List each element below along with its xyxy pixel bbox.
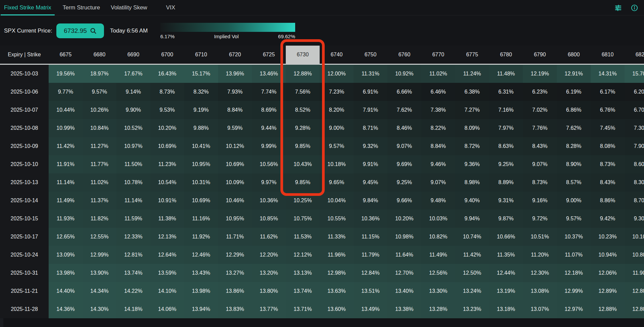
matrix-cell[interactable]: 12.88% bbox=[591, 300, 625, 318]
matrix-cell[interactable]: 10.37% bbox=[557, 228, 591, 246]
matrix-cell[interactable]: 14.10% bbox=[150, 282, 184, 300]
matrix-cell[interactable]: 11.15% bbox=[354, 228, 387, 246]
matrix-cell[interactable]: 13.38% bbox=[387, 300, 421, 318]
matrix-cell[interactable]: 10.99% bbox=[49, 119, 83, 137]
matrix-cell[interactable]: 9.72% bbox=[523, 210, 557, 228]
matrix-cell[interactable]: 12.99% bbox=[557, 282, 591, 300]
matrix-cell[interactable]: 11.90% bbox=[625, 264, 644, 282]
matrix-cell[interactable]: 8.28% bbox=[557, 137, 591, 155]
expiry-date[interactable]: 2025-10-24 bbox=[0, 246, 49, 264]
matrix-cell[interactable]: 11.49% bbox=[49, 192, 83, 210]
matrix-cell[interactable]: 7.97% bbox=[489, 119, 523, 137]
matrix-cell[interactable]: 13.59% bbox=[150, 264, 184, 282]
matrix-cell[interactable]: 10.75% bbox=[286, 210, 320, 228]
matrix-cell[interactable]: 7.91% bbox=[354, 101, 387, 119]
matrix-cell[interactable]: 9.59% bbox=[218, 119, 252, 137]
matrix-cell[interactable]: 12.89% bbox=[591, 282, 625, 300]
matrix-cell[interactable]: 12.81% bbox=[116, 246, 150, 264]
matrix-cell[interactable]: 10.85% bbox=[252, 210, 286, 228]
bottom-scroll-track[interactable] bbox=[0, 318, 644, 327]
matrix-cell[interactable]: 9.28% bbox=[286, 119, 320, 137]
matrix-cell[interactable]: 13.96% bbox=[218, 65, 252, 83]
matrix-cell[interactable]: 10.91% bbox=[150, 192, 184, 210]
matrix-cell[interactable]: 14.40% bbox=[49, 282, 83, 300]
expiry-date[interactable]: 2025-11-21 bbox=[0, 282, 49, 300]
matrix-cell[interactable]: 11.50% bbox=[116, 155, 150, 173]
matrix-cell[interactable]: 8.63% bbox=[489, 137, 523, 155]
matrix-cell[interactable]: 7.02% bbox=[523, 101, 557, 119]
matrix-cell[interactable]: 13.28% bbox=[421, 300, 455, 318]
matrix-cell[interactable]: 12.13% bbox=[150, 228, 184, 246]
matrix-cell[interactable]: 10.95% bbox=[184, 155, 218, 173]
strike-header-6775[interactable]: 6775 bbox=[455, 46, 489, 64]
matrix-cell[interactable]: 8.73% bbox=[150, 83, 184, 101]
matrix-cell[interactable]: 8.89% bbox=[489, 173, 523, 192]
matrix-cell[interactable]: 7.23% bbox=[320, 83, 354, 101]
matrix-cell[interactable]: 10.66% bbox=[489, 228, 523, 246]
matrix-cell[interactable]: 6.31% bbox=[489, 83, 523, 101]
matrix-cell[interactable]: 12.29% bbox=[218, 246, 252, 264]
matrix-cell[interactable]: 9.31% bbox=[489, 192, 523, 210]
matrix-cell[interactable]: 14.22% bbox=[116, 282, 150, 300]
expiry-date[interactable]: 2025-10-17 bbox=[0, 228, 49, 246]
matrix-cell[interactable]: 9.16% bbox=[523, 192, 557, 210]
matrix-cell[interactable]: 9.66% bbox=[387, 192, 421, 210]
matrix-cell[interactable]: 11.14% bbox=[116, 192, 150, 210]
matrix-cell[interactable]: 10.10% bbox=[625, 228, 644, 246]
strike-header-6720[interactable]: 6720 bbox=[218, 46, 252, 64]
matrix-cell[interactable]: 12.80% bbox=[625, 300, 644, 318]
matrix-cell[interactable]: 10.36% bbox=[252, 192, 286, 210]
matrix-cell[interactable]: 13.08% bbox=[523, 282, 557, 300]
matrix-cell[interactable]: 14.36% bbox=[49, 300, 83, 318]
matrix-cell[interactable]: 6.38% bbox=[455, 83, 489, 101]
matrix-cell[interactable]: 10.94% bbox=[591, 246, 625, 264]
matrix-cell[interactable]: 11.02% bbox=[421, 65, 455, 83]
matrix-cell[interactable]: 8.08% bbox=[591, 137, 625, 155]
matrix-cell[interactable]: 12.98% bbox=[320, 264, 354, 282]
matrix-cell[interactable]: 9.36% bbox=[455, 155, 489, 173]
matrix-cell[interactable]: 12.99% bbox=[83, 246, 116, 264]
matrix-cell[interactable]: 7.62% bbox=[557, 119, 591, 137]
matrix-cell[interactable]: 9.88% bbox=[184, 119, 218, 137]
matrix-cell[interactable]: 10.20% bbox=[387, 210, 421, 228]
matrix-cell[interactable]: 13.51% bbox=[354, 282, 387, 300]
matrix-cell[interactable]: 13.80% bbox=[252, 282, 286, 300]
matrix-cell[interactable]: 9.25% bbox=[489, 155, 523, 173]
expiry-date[interactable]: 2025-10-14 bbox=[0, 192, 49, 210]
strike-header-6725[interactable]: 6725 bbox=[252, 46, 286, 64]
matrix-cell[interactable]: 13.46% bbox=[252, 65, 286, 83]
matrix-cell[interactable]: 14.34% bbox=[83, 282, 116, 300]
matrix-cell[interactable]: 9.14% bbox=[116, 83, 150, 101]
matrix-cell[interactable]: 8.30% bbox=[625, 173, 644, 192]
matrix-cell[interactable]: 12.80% bbox=[625, 282, 644, 300]
matrix-cell[interactable]: 7.56% bbox=[286, 83, 320, 101]
matrix-cell[interactable]: 8.98% bbox=[455, 173, 489, 192]
matrix-cell[interactable]: 10.25% bbox=[286, 192, 320, 210]
matrix-cell[interactable]: 10.12% bbox=[218, 137, 252, 155]
matrix-cell[interactable]: 13.77% bbox=[252, 300, 286, 318]
matrix-cell[interactable]: 12.30% bbox=[523, 264, 557, 282]
matrix-cell[interactable]: 12.20% bbox=[252, 246, 286, 264]
matrix-cell[interactable]: 12.64% bbox=[150, 246, 184, 264]
matrix-cell[interactable]: 12.50% bbox=[455, 264, 489, 282]
matrix-cell[interactable]: 6.91% bbox=[354, 83, 387, 101]
matrix-cell[interactable]: 6.20% bbox=[625, 83, 644, 101]
strike-header-6800[interactable]: 6800 bbox=[557, 46, 591, 64]
matrix-cell[interactable]: 11.33% bbox=[320, 228, 354, 246]
matrix-cell[interactable]: 6.70% bbox=[625, 101, 644, 119]
matrix-cell[interactable]: 6.76% bbox=[591, 101, 625, 119]
matrix-cell[interactable]: 10.26% bbox=[83, 101, 116, 119]
matrix-cell[interactable]: 11.37% bbox=[83, 192, 116, 210]
matrix-cell[interactable]: 8.84% bbox=[421, 137, 455, 155]
matrix-cell[interactable]: 11.82% bbox=[83, 210, 116, 228]
matrix-cell[interactable]: 12.06% bbox=[591, 264, 625, 282]
matrix-cell[interactable]: 13.43% bbox=[184, 264, 218, 282]
matrix-cell[interactable]: 12.84% bbox=[354, 264, 387, 282]
matrix-cell[interactable]: 9.57% bbox=[557, 210, 591, 228]
matrix-cell[interactable]: 13.20% bbox=[252, 264, 286, 282]
matrix-cell[interactable]: 13.86% bbox=[218, 282, 252, 300]
matrix-cell[interactable]: 8.09% bbox=[455, 119, 489, 137]
matrix-cell[interactable]: 11.79% bbox=[354, 246, 387, 264]
matrix-cell[interactable]: 9.25% bbox=[387, 173, 421, 192]
matrix-cell[interactable]: 13.27% bbox=[218, 264, 252, 282]
